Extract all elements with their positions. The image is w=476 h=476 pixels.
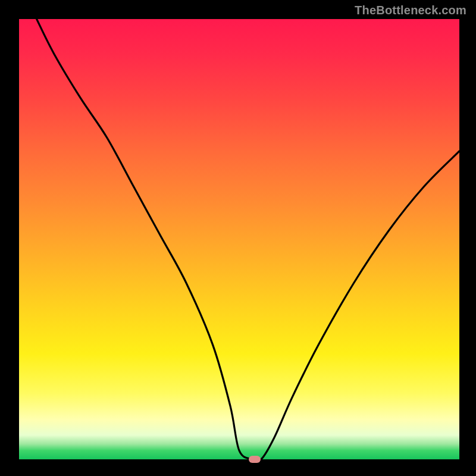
watermark-text: TheBottleneck.com	[355, 4, 466, 17]
optimal-point-marker	[249, 456, 261, 463]
plot-area	[19, 19, 459, 459]
chart-frame: TheBottleneck.com	[0, 0, 476, 476]
bottleneck-curve	[19, 19, 459, 459]
